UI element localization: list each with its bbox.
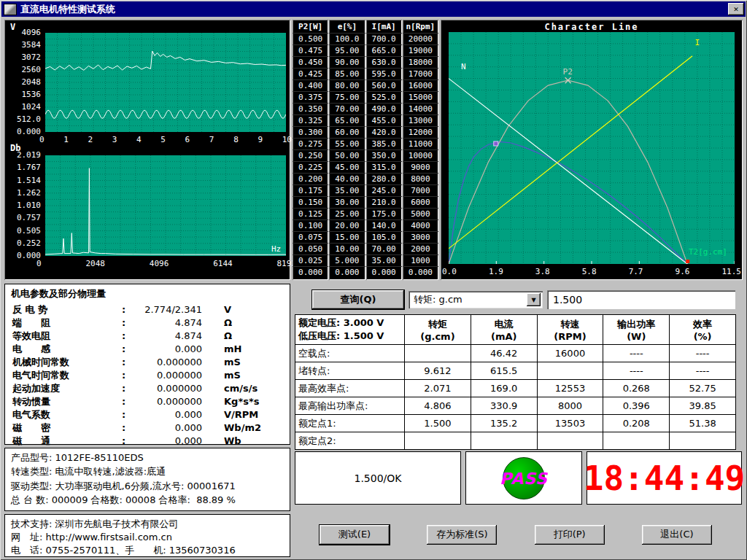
scale-value: 0.400 <box>293 79 328 91</box>
y-tick-label: 3072 <box>6 52 41 63</box>
spectrum-plot <box>45 155 286 256</box>
pass-indicator: PASS <box>465 451 582 505</box>
scale-value: 7000 <box>403 184 438 196</box>
scale-value: 17000 <box>403 68 438 79</box>
scale-value: 0.350 <box>293 103 328 114</box>
scale-value: 210.0 <box>366 196 402 208</box>
table-row: 空载点:46.4216000-------- <box>295 345 736 362</box>
scale-value: 35.00 <box>329 184 365 196</box>
close-icon: ✕ <box>733 6 739 13</box>
product-info-lines: 产品型号: 1012FE-85110EDS转速类型: 电流中取转速,滤波器:底通… <box>11 451 285 507</box>
product-info-line: 产品型号: 1012FE-85110EDS <box>11 451 285 464</box>
svg-text:P2: P2 <box>563 67 573 77</box>
scale-value: 45.00 <box>329 161 365 173</box>
scale-column: P2[W]0.5000.4750.4500.4250.4000.3750.350… <box>293 20 328 280</box>
scale-value: 0.325 <box>293 114 328 126</box>
column-unit: (RPM) <box>538 331 603 342</box>
table-cell: 8000 <box>537 397 603 415</box>
scope1-y-axis: 4096358430722560204815361024512.00.000 <box>6 28 41 137</box>
print-button[interactable]: 打印(P) <box>535 525 605 545</box>
scale-value: 20.00 <box>329 219 365 231</box>
scale-value: 30.00 <box>329 196 365 208</box>
row-label: 额定点1: <box>295 415 405 432</box>
scale-value: 385.0 <box>366 138 402 149</box>
table-cell: ---- <box>670 362 736 380</box>
x-tick-label: 2 <box>88 135 93 144</box>
scale-value: 12000 <box>403 126 438 138</box>
table-cell: 9.612 <box>405 362 471 380</box>
x-tick-label: 9 <box>258 135 263 144</box>
torque-value-input[interactable] <box>547 290 735 309</box>
param-value: 0.000 <box>132 435 202 446</box>
param-value: 0.000000 <box>132 370 202 381</box>
x-tick-label: 1.9 <box>489 267 503 276</box>
scale-value: 0.100 <box>293 219 328 231</box>
y-tick-label: 4096 <box>6 28 41 38</box>
query-button[interactable]: 查询(Q) <box>312 290 404 309</box>
x-tick-label: 5 <box>160 135 166 144</box>
scale-value: 85.00 <box>329 68 365 79</box>
scale-value: 2000 <box>403 243 438 254</box>
param-value: 0.000 <box>132 343 202 354</box>
scale-column: e[%]100.095.0090.0085.0080.0075.0070.006… <box>329 20 365 280</box>
table-cell <box>537 362 603 380</box>
param-row: 磁 通:0.000Wb <box>12 435 285 448</box>
close-button[interactable]: ✕ <box>728 3 744 15</box>
param-row: 电气时间常数:0.000000mS <box>12 369 285 382</box>
scale-value: 0.050 <box>293 243 328 254</box>
scope2-y-axis: 2.0191.7671.5141.2621.0100.7570.5050.252… <box>6 150 41 261</box>
title-bar[interactable]: 直流电机特性测试系统 ✕ <box>1 1 746 17</box>
scale-value: 25.00 <box>329 208 365 219</box>
table-header-row: 额定电压: 3.000 V低压电压: 1.500 V转矩(g.cm)电流(mA)… <box>295 315 736 345</box>
param-colon: : <box>122 317 132 328</box>
save-standard-button[interactable]: 存为标准(S) <box>427 525 497 545</box>
scale-value: 80.00 <box>329 79 365 91</box>
column-title: 转速 <box>538 318 603 331</box>
support-info-panel: 技术支持: 深圳市先航电子技术有限公司网 址: http://www.first… <box>4 514 290 557</box>
torque-unit-dropdown[interactable]: 转矩: g.cm ▼ <box>409 291 543 308</box>
scale-value: 0.200 <box>293 173 328 184</box>
param-label: 电气系数 <box>12 408 122 421</box>
app-icon <box>4 4 17 15</box>
param-unit: Wb <box>224 435 241 446</box>
table-cell: 39.85 <box>670 397 736 415</box>
scale-value: 9000 <box>403 161 438 173</box>
table-cell: 135.2 <box>471 415 537 432</box>
param-colon: : <box>122 370 132 381</box>
table-row: 最高输出功率点:4.806330.980000.39639.85 <box>295 397 736 415</box>
param-label: 电 感 <box>12 343 122 356</box>
support-info-line: 技术支持: 深圳市先航电子技术有限公司 <box>11 518 285 531</box>
param-colon: : <box>122 383 132 394</box>
test-button[interactable]: 测试(E) <box>320 525 390 545</box>
column-unit: (mA) <box>472 331 536 342</box>
y-tick-label: 2.019 <box>6 150 41 160</box>
scale-value: 1000 <box>403 254 438 266</box>
param-value: 0.000000 <box>132 383 202 394</box>
x-tick-label: 5.8 <box>582 267 597 276</box>
scale-value: 315.0 <box>366 161 402 173</box>
app-window: 直流电机特性测试系统 ✕ V 4096358430722560204815361… <box>0 0 747 560</box>
x-tick-label: 8 <box>233 135 239 144</box>
product-info-line: 驱动类型: 大功率驱动电机,6分频,流水号: 00001671 <box>11 480 285 493</box>
param-colon: : <box>122 422 132 433</box>
param-value: 4.874 <box>132 317 202 328</box>
column-unit: (W) <box>604 331 668 342</box>
scale-value: 490.0 <box>366 103 402 114</box>
param-label: 起动加速度 <box>12 382 122 395</box>
row-label: 最高效率点: <box>295 380 405 397</box>
column-title: 转矩 <box>406 318 470 331</box>
param-row: 等效电阻:4.874Ω <box>12 330 285 343</box>
param-row: 电 感:0.000mH <box>12 343 285 356</box>
chevron-down-icon[interactable]: ▼ <box>527 293 541 306</box>
rated-voltage-label: 额定电压: 3.000 V <box>298 316 403 330</box>
param-row: 电气系数:0.000V/RPM <box>12 408 285 421</box>
table-cell: 52.75 <box>670 380 736 397</box>
action-buttons-row: 测试(E)存为标准(S)打印(P)退出(C) <box>295 522 743 547</box>
param-unit: mS <box>224 370 241 381</box>
x-tick-label: 6144 <box>213 259 233 268</box>
param-value: 4.874 <box>132 330 202 341</box>
param-label: 机械时间常数 <box>12 356 122 369</box>
svg-text:T2[g.cm]: T2[g.cm] <box>689 247 727 257</box>
table-column-header: 电流(mA) <box>471 315 537 345</box>
exit-button[interactable]: 退出(C) <box>642 525 712 545</box>
